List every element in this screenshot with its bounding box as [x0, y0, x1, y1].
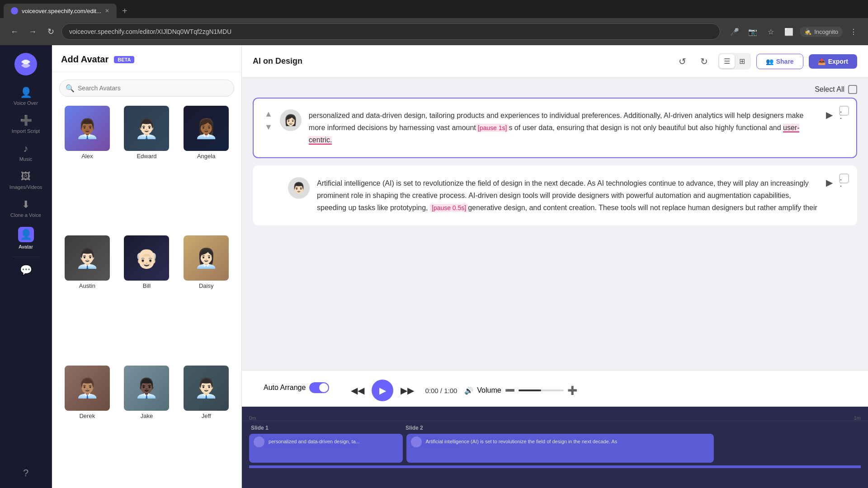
tab-favicon — [11, 7, 18, 14]
view-single-button[interactable]: ☰ — [719, 54, 735, 68]
sidebar-item-voice-over[interactable]: 👤 Voice Over — [3, 83, 48, 109]
slides-area: ▲ ▼ 👩🏻 personalized and data-driven desi… — [242, 98, 868, 370]
star-icon[interactable]: ☆ — [764, 24, 778, 39]
volume-control: 🔊 Volume ➖ ➕ — [464, 385, 577, 395]
sidebar-item-music[interactable]: ♪ Music — [3, 139, 48, 165]
refresh-button[interactable]: ↻ — [43, 24, 58, 39]
select-all-bar: Select All — [242, 78, 868, 98]
timeline-start-marker: 0m — [249, 415, 256, 421]
music-icon: ♪ — [24, 143, 28, 155]
sidebar-label-images-videos: Images/Videos — [9, 184, 42, 190]
project-title: AI on Design — [253, 56, 667, 66]
avatar-card-jeff[interactable]: 👨🏻‍💼 Jeff — [178, 362, 234, 488]
avatar-img-austin: 👨🏻‍💼 — [65, 235, 110, 281]
avatar-card-bill[interactable]: 👴🏻 Bill — [119, 232, 175, 358]
timeline-block-1[interactable]: personalized and data-driven design, ta.… — [249, 434, 403, 463]
avatar-card-jake[interactable]: 👨🏿‍💼 Jake — [119, 362, 175, 488]
avatar-card-derek[interactable]: 👨🏽‍💼 Derek — [59, 362, 115, 488]
view-grid-button[interactable]: ⊞ — [735, 54, 750, 68]
volume-slider[interactable] — [519, 389, 564, 391]
new-tab-button[interactable]: + — [118, 4, 131, 18]
sidebar-item-help[interactable]: ? — [3, 464, 48, 483]
avatar-name-derek: Derek — [79, 413, 95, 419]
slide-play-button-1[interactable]: ▶ — [826, 109, 833, 120]
browser-chrome: voiceover.speechify.com/edit... ✕ + ← → … — [0, 0, 868, 45]
search-icon: 🔍 — [66, 84, 75, 93]
sidebar-label-voice-over: Voice Over — [14, 100, 38, 106]
redo-button[interactable]: ↻ — [696, 53, 712, 70]
sidebar-item-clone-voice[interactable]: ⬇ Clone a Voice — [3, 195, 48, 221]
avatar-name-bill: Bill — [143, 282, 151, 289]
main-content: AI on Design ↺ ↻ ☰ ⊞ 👥 Share 📤 Export — [242, 45, 868, 488]
avatar-card-austin[interactable]: 👨🏻‍💼 Austin — [59, 232, 115, 358]
slide-avatar-2[interactable]: 👨🏻 — [288, 177, 310, 199]
slide-avatar-emoji-1: 👩🏻 — [284, 114, 297, 127]
timeline-avatar-1 — [254, 436, 264, 447]
sidebar-item-comments[interactable]: 💬 — [3, 261, 48, 280]
zoom-out-button[interactable]: ➖ — [505, 385, 515, 395]
panel-header: Add Avatar BETA — [52, 45, 241, 72]
undo-button[interactable]: ↺ — [675, 53, 691, 70]
voice-over-icon: 👤 — [20, 87, 32, 99]
timeline-slide-labels: Slide 1 Slide 2 — [249, 425, 861, 431]
time-separator: / — [439, 387, 444, 394]
slide-checkbox-2[interactable] — [839, 174, 849, 183]
select-all-button[interactable]: Select All — [815, 85, 857, 94]
share-button[interactable]: 👥 Share — [756, 54, 803, 69]
browser-tabs: voiceover.speechify.com/edit... ✕ + — [0, 0, 868, 18]
slide-text-2: Artificial intelligence (AI) is set to r… — [317, 177, 819, 214]
slide-expand-button-1[interactable]: ▼ — [264, 122, 273, 132]
avatar-img-angela: 👩🏾‍💼 — [184, 106, 229, 151]
back-button[interactable]: ← — [7, 24, 22, 39]
top-actions: ↺ ↻ ☰ ⊞ 👥 Share 📤 Export — [675, 53, 857, 70]
avatar-name-austin: Austin — [79, 282, 95, 289]
top-bar: AI on Design ↺ ↻ ☰ ⊞ 👥 Share 📤 Export — [242, 45, 868, 78]
timeline-track: personalized and data-driven design, ta.… — [249, 434, 861, 463]
slide-text-1: personalized and data-driven design, tai… — [309, 109, 819, 146]
slide-collapse-button-1[interactable]: ▲ — [264, 109, 273, 119]
url-text: voiceover.speechify.com/editor/XIJlDNq0W… — [69, 28, 231, 35]
skip-back-button[interactable]: ◀◀ — [351, 385, 364, 396]
select-all-checkbox[interactable] — [848, 85, 857, 94]
avatar-name-alex: Alex — [81, 153, 93, 160]
microphone-icon[interactable]: 🎤 — [727, 24, 742, 39]
import-script-icon: ➕ — [20, 115, 32, 127]
avatar-card-angela[interactable]: 👩🏾‍💼 Angela — [178, 102, 234, 228]
volume-fill — [519, 389, 541, 391]
window-icon[interactable]: ⬜ — [782, 24, 796, 39]
avatar-card-edward[interactable]: 👨🏻‍💼 Edward — [119, 102, 175, 228]
tab-close-btn[interactable]: ✕ — [105, 8, 109, 14]
slide-avatar-1[interactable]: 👩🏻 — [280, 109, 302, 131]
menu-icon[interactable]: ⋮ — [846, 24, 861, 39]
volume-icon: 🔊 — [464, 386, 473, 395]
comments-icon: 💬 — [20, 264, 32, 276]
beta-badge: BETA — [114, 56, 134, 63]
slide-controls-1: ▲ ▼ 👩🏻 personalized and data-driven desi… — [264, 109, 845, 146]
avatar-name-jeff: Jeff — [202, 413, 211, 419]
play-main-button[interactable]: ▶ — [372, 380, 393, 401]
logo[interactable] — [12, 51, 39, 78]
timeline-gap — [404, 434, 406, 463]
search-input[interactable] — [59, 80, 234, 97]
avatar-card-alex[interactable]: 👨🏾‍💼 Alex — [59, 102, 115, 228]
camera-off-icon[interactable]: 📷 — [745, 24, 760, 39]
zoom-in-button[interactable]: ➕ — [567, 385, 577, 395]
forward-button[interactable]: → — [25, 24, 40, 39]
sidebar-item-images-videos[interactable]: 🖼 Images/Videos — [3, 167, 48, 193]
address-bar[interactable]: voiceover.speechify.com/editor/XIJlDNq0W… — [61, 23, 720, 40]
timeline-block-2[interactable]: Artificial intelligence (AI) is set to r… — [406, 434, 714, 463]
export-icon: 📤 — [818, 58, 826, 65]
sidebar: 👤 Voice Over ➕ Import Script ♪ Music 🖼 I… — [0, 45, 52, 488]
slide-checkbox-1[interactable] — [839, 106, 849, 116]
skip-forward-button[interactable]: ▶▶ — [401, 385, 414, 396]
sidebar-item-avatar[interactable]: 👤 Avatar — [3, 223, 48, 253]
active-tab[interactable]: voiceover.speechify.com/edit... ✕ — [4, 4, 117, 18]
avatar-card-daisy[interactable]: 👩🏻‍💼 Daisy — [178, 232, 234, 358]
slide-avatar-emoji-2: 👨🏻 — [292, 182, 306, 194]
export-button[interactable]: 📤 Export — [809, 54, 857, 69]
auto-arrange-toggle[interactable] — [309, 382, 329, 393]
avatar-img-alex: 👨🏾‍💼 — [65, 106, 110, 151]
avatar-name-edward: Edward — [137, 153, 156, 160]
slide-play-button-2[interactable]: ▶ — [826, 177, 833, 188]
sidebar-item-import-script[interactable]: ➕ Import Script — [3, 111, 48, 137]
